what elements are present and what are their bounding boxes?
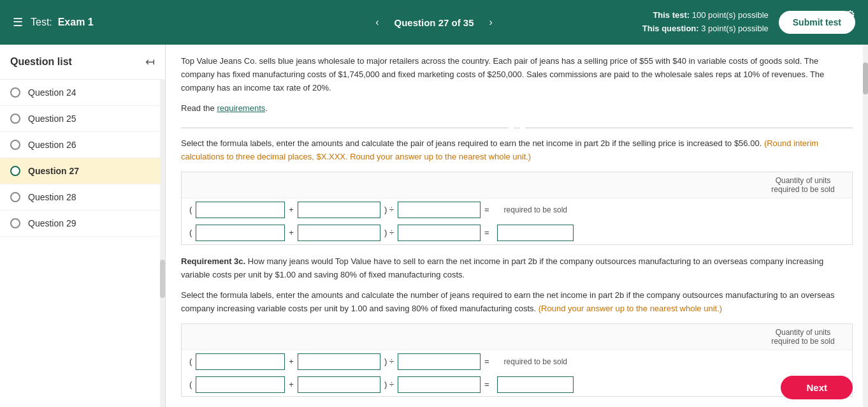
this-test-points: This test: 100 point(s) possible <box>642 9 769 22</box>
question-list-sidebar: Question list ↤ Question 24 Question 25 … <box>0 45 166 407</box>
section2-header-text: Quantity of units required to be sold <box>762 328 844 346</box>
section2-formula-header: Quantity of units required to be sold <box>182 324 852 350</box>
section2-instruction: Select the formula labels, enter the amo… <box>181 289 853 316</box>
s1r1-open-paren: ( <box>189 205 192 214</box>
sidebar-item-question24[interactable]: Question 24 <box>0 80 165 106</box>
section1-header-text: Quantity of units required to be sold <box>762 176 844 194</box>
s2r1-close-div: ) ÷ <box>384 357 394 366</box>
content-area: Top Value Jeans Co. sells blue jeans who… <box>166 45 868 407</box>
sidebar-label-q27: Question 27 <box>28 166 79 176</box>
sidebar-item-question29[interactable]: Question 29 <box>0 211 165 237</box>
radio-q25 <box>10 114 20 124</box>
sidebar-item-question27[interactable]: Question 27 <box>0 158 165 184</box>
menu-icon[interactable]: ☰ <box>13 15 23 29</box>
nav-right-section: This test: 100 point(s) possible This qu… <box>642 9 855 36</box>
s1r2-plus: + <box>289 228 294 237</box>
s1r1-input1[interactable] <box>196 202 285 218</box>
sidebar-collapse-button[interactable]: ↤ <box>145 55 155 69</box>
section2-requirement: Requirement 3c. How many jeans would Top… <box>181 255 853 282</box>
sidebar-label-q29: Question 29 <box>28 218 76 228</box>
section2-req-text: How many jeans would Top Value have to s… <box>181 256 823 279</box>
s1r1-equals: = <box>484 205 493 214</box>
sidebar-title: Question list <box>10 56 72 68</box>
sidebar-scrollbar-thumb <box>160 260 165 298</box>
radio-q24 <box>10 87 20 98</box>
next-button[interactable]: Next <box>781 376 853 399</box>
sidebar-item-question26[interactable]: Question 26 <box>0 132 165 158</box>
s1r1-close-div: ) ÷ <box>384 205 394 214</box>
sidebar-scroll-area: Question 24 Question 25 Question 26 Ques… <box>0 80 165 407</box>
content-scrollbar-thumb <box>863 63 868 94</box>
submit-test-button[interactable]: Submit test <box>779 11 855 34</box>
section1-formula-row1: ( + ) ÷ = required to be sold <box>182 198 852 221</box>
test-label: Test: <box>31 17 52 27</box>
ellipsis-divider: ··· <box>181 123 853 132</box>
sidebar-label-q28: Question 28 <box>28 192 76 202</box>
sidebar-item-question25[interactable]: Question 25 <box>0 106 165 132</box>
requirements-link[interactable]: requirements <box>217 103 265 113</box>
settings-icon[interactable]: ⚙ <box>845 8 855 22</box>
main-layout: Question list ↤ Question 24 Question 25 … <box>0 45 868 407</box>
s1r1-input2[interactable] <box>298 202 380 218</box>
s1r2-input2[interactable] <box>298 225 380 241</box>
s1r2-result[interactable] <box>497 225 574 241</box>
section1-formula-header: Quantity of units required to be sold <box>182 172 852 198</box>
s1r1-label: required to be sold <box>497 205 567 214</box>
passage-text: Top Value Jeans Co. sells blue jeans who… <box>181 55 853 94</box>
s1r1-plus: + <box>289 205 294 214</box>
content-scrollbar <box>863 45 868 407</box>
points-info: This test: 100 point(s) possible This qu… <box>642 9 769 36</box>
section1-formula-row2: ( + ) ÷ = <box>182 221 852 244</box>
radio-q26 <box>10 140 20 150</box>
sidebar-label-q25: Question 25 <box>28 114 76 124</box>
s1r2-open-paren: ( <box>189 228 192 237</box>
s2r1-plus: + <box>289 357 294 366</box>
s1r2-input3[interactable] <box>398 225 481 241</box>
section1-instruction-main: Select the formula labels, enter the amo… <box>181 138 762 148</box>
radio-q27 <box>10 166 20 176</box>
section1-formula-container: Quantity of units required to be sold ( … <box>181 172 853 245</box>
sidebar-scrollbar <box>160 80 165 407</box>
next-question-button[interactable]: › <box>484 14 498 31</box>
radio-q29 <box>10 218 20 228</box>
test-title: Test: Exam 1 <box>31 17 94 28</box>
section2-round-note: (Round your answer up to the nearest who… <box>539 304 722 313</box>
question-counter: Question 27 of 35 <box>394 17 474 28</box>
s1r2-equals: = <box>484 228 493 237</box>
s2r1-label: required to be sold <box>497 357 567 366</box>
s2r1-open-paren: ( <box>189 357 192 366</box>
read-text: Read the <box>181 103 215 113</box>
section2-inst-main: Select the formula labels, enter the amo… <box>181 290 834 313</box>
read-requirements: Read the requirements. <box>181 102 853 115</box>
sidebar-label-q26: Question 26 <box>28 140 76 150</box>
prev-question-button[interactable]: ‹ <box>370 14 384 31</box>
section1-instruction: Select the formula labels, enter the amo… <box>181 137 853 164</box>
sidebar-header: Question list ↤ <box>0 45 165 80</box>
s1r2-close-div: ) ÷ <box>384 228 394 237</box>
test-name: Exam 1 <box>58 17 94 27</box>
sidebar-label-q24: Question 24 <box>28 87 76 98</box>
sidebar-item-question28[interactable]: Question 28 <box>0 184 165 211</box>
question-navigation: ‹ Question 27 of 35 › <box>370 14 498 31</box>
s1r2-input1[interactable] <box>196 225 285 241</box>
bottom-bar: Next <box>0 368 868 407</box>
radio-q28 <box>10 192 20 202</box>
s1r1-input3[interactable] <box>398 202 481 218</box>
section2-req-label: Requirement 3c. <box>181 256 245 266</box>
s2r1-equals: = <box>484 357 493 366</box>
top-navigation: ☰ Test: Exam 1 ‹ Question 27 of 35 › Thi… <box>0 0 868 45</box>
this-question-points: This question: 3 point(s) possible <box>642 22 769 36</box>
